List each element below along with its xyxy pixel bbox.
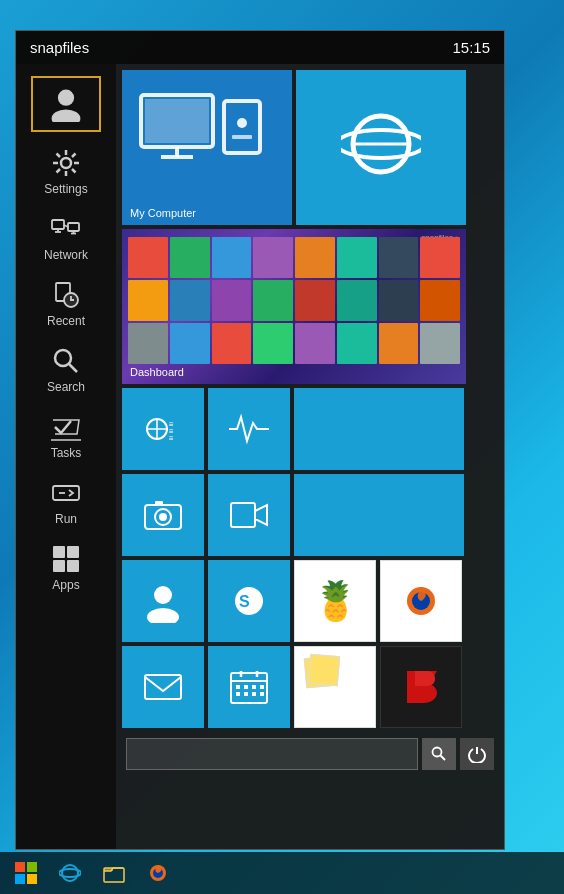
tile-revo[interactable] (380, 646, 462, 728)
svg-rect-61 (244, 685, 248, 689)
svg-text:≡: ≡ (169, 434, 174, 443)
svg-rect-14 (68, 223, 79, 231)
svg-rect-48 (231, 503, 255, 527)
skype-icon: S (227, 579, 271, 623)
tile-notes[interactable] (294, 646, 376, 728)
taskbar-explorer[interactable] (94, 855, 134, 891)
svg-point-20 (55, 350, 71, 366)
svg-rect-72 (27, 862, 37, 872)
tile-contact[interactable] (122, 560, 204, 642)
network-label: Network (44, 248, 88, 262)
search-button-icon (431, 746, 447, 762)
note-2 (308, 654, 341, 687)
svg-line-7 (57, 154, 61, 158)
svg-rect-23 (53, 486, 79, 500)
start-menu-header: snapfiles 15:15 (16, 31, 504, 64)
svg-rect-64 (236, 692, 240, 696)
sidebar-item-run[interactable]: Run (16, 468, 116, 534)
tile-calendar[interactable] (208, 646, 290, 728)
recent-label: Recent (47, 314, 85, 328)
tropical-icon: 🍍 (312, 579, 359, 623)
svg-rect-26 (53, 560, 65, 572)
svg-point-33 (237, 118, 247, 128)
tile-skype[interactable]: S (208, 560, 290, 642)
dashboard-label: Dashboard (130, 366, 184, 378)
network-icon (51, 214, 81, 244)
apps-label: Apps (52, 578, 79, 592)
start-menu: snapfiles 15:15 (15, 30, 505, 850)
taskbar-start[interactable] (6, 855, 46, 891)
search-input[interactable] (126, 738, 418, 770)
taskbar (0, 852, 564, 894)
my-computer-icon (136, 88, 266, 188)
search-sidebar-icon (51, 346, 81, 376)
tile-wide-blue-2[interactable] (294, 474, 464, 556)
start-menu-time: 15:15 (452, 39, 490, 56)
taskbar-ie-icon (59, 862, 81, 884)
sidebar-item-network[interactable]: Network (16, 204, 116, 270)
search-bar-row (122, 732, 498, 774)
svg-rect-27 (67, 560, 79, 572)
tile-health[interactable] (208, 388, 290, 470)
svg-marker-49 (255, 505, 267, 525)
svg-rect-60 (236, 685, 240, 689)
search-label: Search (47, 380, 85, 394)
run-icon (51, 478, 81, 508)
svg-point-75 (62, 865, 78, 881)
apps-icon (51, 544, 81, 574)
taskbar-ie[interactable] (50, 855, 90, 891)
svg-point-69 (433, 748, 442, 757)
svg-rect-68 (407, 671, 415, 703)
tile-stats[interactable]: ≡ ≡ ≡ (122, 388, 204, 470)
tile-wide-blue[interactable] (294, 388, 464, 470)
svg-line-21 (69, 364, 77, 372)
svg-line-9 (72, 154, 76, 158)
sidebar-item-tasks[interactable]: Tasks (16, 402, 116, 468)
svg-rect-63 (260, 685, 264, 689)
tile-dashboard[interactable]: snapfiles ▪ (122, 229, 466, 384)
svg-rect-78 (104, 868, 113, 871)
tiles-row-2: snapfiles ▪ (122, 229, 498, 384)
svg-line-8 (72, 169, 76, 173)
tiles-row-3: ≡ ≡ ≡ (122, 388, 498, 470)
sidebar-item-settings[interactable]: Settings (16, 138, 116, 204)
svg-rect-71 (15, 862, 25, 872)
sidebar-item-user[interactable] (31, 76, 101, 132)
tile-video[interactable] (208, 474, 290, 556)
tile-tropical[interactable]: 🍍 (294, 560, 376, 642)
tile-my-computer[interactable]: My Computer (122, 70, 292, 225)
tiles-row-1: My Computer (122, 70, 498, 225)
svg-line-70 (441, 756, 446, 761)
taskbar-firefox[interactable] (138, 855, 178, 891)
tile-ie[interactable] (296, 70, 466, 225)
tile-firefox[interactable] (380, 560, 462, 642)
taskbar-explorer-icon (103, 862, 125, 884)
power-button[interactable] (460, 738, 494, 770)
calendar-icon (227, 665, 271, 709)
tile-mail[interactable] (122, 646, 204, 728)
start-menu-body: Settings Network (16, 64, 504, 849)
svg-rect-24 (53, 546, 65, 558)
sidebar-item-apps[interactable]: Apps (16, 534, 116, 600)
video-icon (227, 493, 271, 537)
svg-rect-73 (15, 874, 25, 884)
sidebar-item-search[interactable]: Search (16, 336, 116, 402)
dashboard-mini-tiles (128, 237, 460, 364)
health-icon (227, 407, 271, 451)
tasks-label: Tasks (51, 446, 82, 460)
start-menu-title: snapfiles (30, 39, 89, 56)
tiles-area: My Computer (116, 64, 504, 849)
tile-camera[interactable] (122, 474, 204, 556)
camera-icon (141, 493, 185, 537)
search-button[interactable] (422, 738, 456, 770)
sidebar-item-recent[interactable]: Recent (16, 270, 116, 336)
svg-rect-55 (145, 675, 181, 699)
ie-icon (341, 104, 421, 184)
recent-icon (51, 280, 81, 310)
svg-text:S: S (239, 593, 250, 610)
svg-rect-74 (27, 874, 37, 884)
my-computer-label: My Computer (130, 207, 196, 219)
svg-rect-47 (155, 501, 163, 505)
svg-rect-62 (252, 685, 256, 689)
svg-point-2 (61, 158, 71, 168)
